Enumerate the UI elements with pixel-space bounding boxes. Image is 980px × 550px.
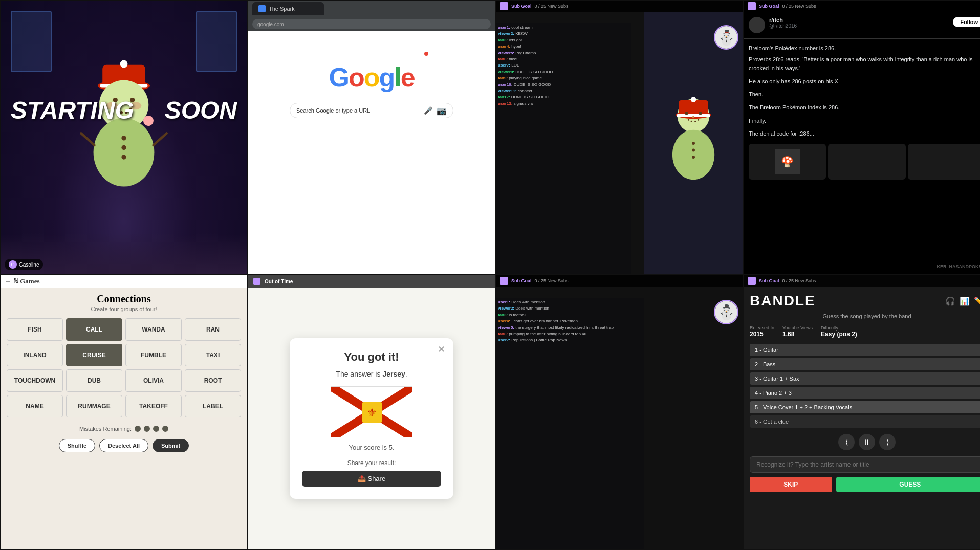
word-call[interactable]: CALL bbox=[66, 318, 122, 341]
clue-5: 5 - Voice Cover 1 + 2 + Backing Vocals bbox=[750, 401, 980, 413]
chat-msg: fan9: playing nice game bbox=[498, 76, 629, 81]
share-result-button[interactable]: 📤 Share bbox=[302, 471, 441, 487]
starting-label: STARTING bbox=[11, 96, 134, 124]
svg-point-14 bbox=[94, 118, 155, 187]
chat-msg: user1: Does with mention bbox=[498, 300, 642, 305]
word-label[interactable]: LABEL bbox=[185, 395, 241, 417]
twitch-logo-icon-7 bbox=[500, 277, 508, 285]
submit-button[interactable]: Submit bbox=[153, 439, 189, 452]
answer-value: Jersey bbox=[382, 370, 405, 378]
chrome-tab-bar: The Spark bbox=[248, 1, 495, 17]
chat-msg: user13: signals via bbox=[498, 101, 629, 106]
tweet-header: r/itch @r/itch2016 Follow bbox=[744, 12, 980, 39]
tweet-handle: @r/itch2016 bbox=[769, 23, 797, 29]
notification-dot bbox=[424, 52, 428, 56]
tweet-author-info: r/itch @r/itch2016 bbox=[769, 17, 797, 29]
word-fumble[interactable]: FUMBLE bbox=[125, 344, 182, 366]
tweet-image-2 bbox=[828, 144, 905, 180]
chat-msg: fan3: is football bbox=[498, 313, 642, 318]
word-name[interactable]: NAME bbox=[7, 395, 63, 417]
meta-difficulty: Difficulty Easy (pos 2) bbox=[821, 325, 857, 338]
shuffle-button[interactable]: Shuffle bbox=[59, 439, 95, 452]
tweet-line-5: The Breloom Pokémon index is 286. bbox=[749, 103, 980, 113]
word-ran[interactable]: RAN bbox=[185, 318, 241, 341]
word-inland[interactable]: INLAND bbox=[7, 344, 63, 366]
mistakes-label: Mistakes Remaining: bbox=[79, 426, 132, 432]
tweet-images: 🍄 bbox=[744, 144, 980, 180]
word-olivia[interactable]: OLIVIA bbox=[125, 369, 182, 392]
camera-icon[interactable]: 📷 bbox=[437, 106, 447, 116]
word-takeoff[interactable]: TAKEOFF bbox=[125, 395, 182, 417]
meta-difficulty-label: Difficulty bbox=[821, 325, 857, 331]
svg-point-34 bbox=[692, 142, 695, 145]
chat-msg: user1: cool stream! bbox=[498, 25, 629, 30]
meta-difficulty-val: Easy (pos 2) bbox=[821, 331, 857, 338]
chat-overlay-3: user1: cool stream! viewer2: KEKW fan3: … bbox=[496, 23, 631, 274]
svg-point-26 bbox=[685, 112, 688, 115]
starting-soon-text: STARTING SOON bbox=[1, 96, 247, 124]
svg-point-3 bbox=[120, 60, 128, 68]
tweet-line-6: Finally. bbox=[749, 117, 980, 126]
bandle-icons: 🎧 📊 ✏️ bbox=[945, 296, 980, 306]
popup-background: ✕ You got it! The answer is Jersey. ⚜ bbox=[248, 288, 495, 549]
got-it-title: You got it! bbox=[302, 350, 441, 364]
clue-2: 2 - Bass bbox=[750, 358, 980, 370]
google-page: Google Search Google or type a URL 🎤 📷 bbox=[248, 31, 495, 274]
sub-goal-progress-3: 0 / 25 New Subs bbox=[535, 4, 569, 9]
jersey-flag: ⚜ bbox=[331, 386, 412, 437]
bandle-guess-input[interactable] bbox=[750, 456, 980, 473]
sub-goal-bar-7: Sub Goal 0 / 25 New Subs bbox=[496, 275, 743, 287]
rewind-button[interactable]: ⟨ bbox=[838, 434, 855, 450]
word-rummage[interactable]: RUMMAGE bbox=[66, 395, 122, 417]
deselect-all-button[interactable]: Deselect All bbox=[99, 439, 148, 452]
guess-button[interactable]: GUESS bbox=[836, 477, 980, 492]
chat-msg: user4: I can't get over his banner. Poke… bbox=[498, 319, 642, 324]
word-taxi[interactable]: TAXI bbox=[185, 344, 241, 366]
svg-point-33 bbox=[672, 129, 714, 180]
twitch-logo-icon bbox=[500, 2, 508, 10]
edit-icon: ✏️ bbox=[974, 296, 980, 306]
word-touchdown[interactable]: TOUCHDOWN bbox=[7, 369, 63, 392]
meta-views-val: 1.68 bbox=[782, 331, 813, 338]
sub-goal-label-3: Sub Goal bbox=[511, 4, 532, 9]
word-root[interactable]: ROOT bbox=[185, 369, 241, 392]
address-input[interactable]: google.com bbox=[252, 19, 491, 29]
twitch-stream-panel-3: Sub Goal 0 / 25 New Subs user1: cool str… bbox=[495, 0, 743, 275]
svg-point-16 bbox=[121, 145, 126, 150]
answer-prefix: The answer is bbox=[336, 370, 382, 378]
google-search-bar[interactable]: Search Google or type a URL 🎤 📷 bbox=[290, 103, 453, 118]
google-logo: Google bbox=[329, 62, 414, 93]
pause-button[interactable]: ⏸ bbox=[859, 434, 875, 450]
mistakes-remaining: Mistakes Remaining: bbox=[1, 422, 247, 436]
svg-text:⚜: ⚜ bbox=[367, 406, 377, 419]
bandle-meta-row: Released In 2015 Youtube Views 1.68 Diff… bbox=[750, 325, 980, 338]
word-wanda[interactable]: WANDA bbox=[125, 318, 182, 341]
chat-messages-3: user1: cool stream! viewer2: KEKW fan3: … bbox=[496, 23, 631, 108]
chat-msg: viewer2: Does with mention bbox=[498, 306, 642, 311]
soon-label: SOON bbox=[165, 96, 237, 124]
tab-title: The Spark bbox=[269, 6, 295, 12]
chat-msg: fan3: lets go! bbox=[498, 38, 629, 43]
forward-button[interactable]: ⟩ bbox=[879, 434, 896, 450]
stream-video bbox=[644, 12, 743, 274]
clue-6: 6 - Get a clue bbox=[750, 415, 980, 428]
word-fish[interactable]: FISH bbox=[7, 318, 63, 341]
chart-icon: 📊 bbox=[960, 296, 970, 306]
word-dub[interactable]: DUB bbox=[66, 369, 122, 392]
tweet-body: Breloom's Pokédex number is 286. Proverb… bbox=[744, 39, 980, 144]
svg-point-29 bbox=[687, 119, 689, 120]
tweet-image-1: 🍄 bbox=[749, 144, 826, 180]
svg-point-35 bbox=[692, 148, 695, 151]
tweet-display-name: r/itch bbox=[769, 17, 797, 23]
mic-icon[interactable]: 🎤 bbox=[424, 106, 432, 115]
word-cruise[interactable]: CRUISE bbox=[66, 344, 122, 366]
skip-button[interactable]: SKIP bbox=[750, 477, 832, 492]
channel-name: Gasoline bbox=[19, 262, 39, 268]
close-button[interactable]: ✕ bbox=[435, 343, 447, 356]
chat-msg: fan6: nice! bbox=[498, 57, 629, 62]
hamburger-icon[interactable]: ☰ bbox=[6, 279, 10, 284]
follow-button[interactable]: Follow bbox=[953, 17, 980, 27]
svg-point-36 bbox=[692, 156, 695, 159]
chrome-tab-spark[interactable]: The Spark bbox=[252, 2, 324, 15]
chat-msg: user10: DUDE IS SO GOOD bbox=[498, 82, 629, 87]
